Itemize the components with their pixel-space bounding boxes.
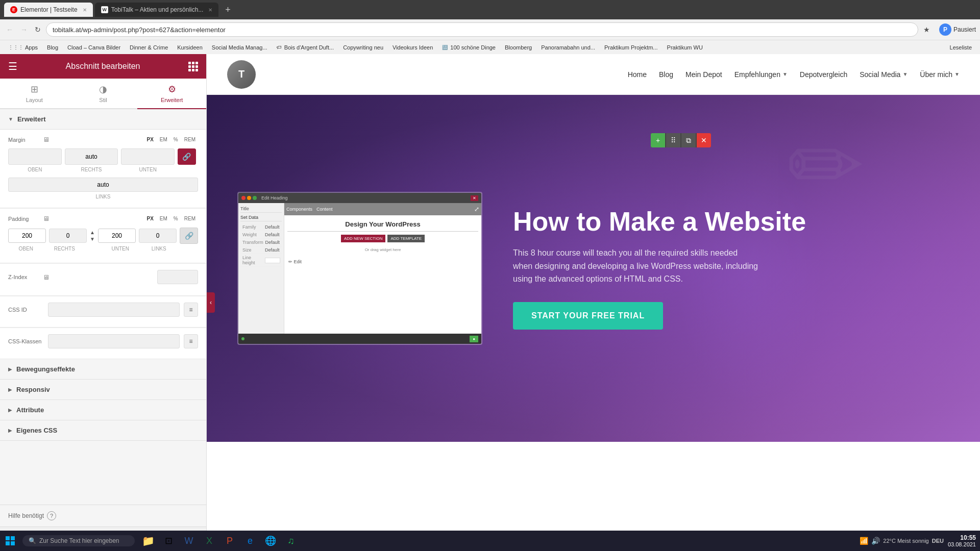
cta-button[interactable]: START YOUR FREE TRIAL: [513, 302, 663, 330]
vm-add-template-btn[interactable]: ADD TEMPLATE: [387, 235, 425, 242]
network-icon[interactable]: 📶: [860, 537, 868, 545]
eigenes-css-section[interactable]: ▶ Eigenes CSS: [0, 420, 206, 441]
start-button[interactable]: [0, 531, 20, 551]
padding-up-arrow[interactable]: ▲: [90, 230, 95, 235]
vm-edit-text[interactable]: ✏ Edit: [288, 259, 302, 264]
nav-depotvergleich[interactable]: Depotvergleich: [800, 70, 847, 79]
bookmark-bloomberg[interactable]: Bloomberg: [501, 43, 536, 52]
margin-unit-percent[interactable]: %: [171, 136, 181, 143]
cssklassen-btn[interactable]: ≡: [184, 334, 198, 348]
margin-rechts-input[interactable]: [65, 148, 118, 165]
padding-links-input[interactable]: [139, 229, 177, 243]
erweitert-section-header[interactable]: ▼ Erweitert: [0, 109, 206, 130]
new-tab-button[interactable]: +: [220, 3, 235, 17]
cssklassen-input[interactable]: [48, 334, 180, 348]
taskbar-explorer-icon[interactable]: 📁: [139, 532, 157, 550]
bewegungseffekte-section[interactable]: ▶ Bewegungseffekte: [0, 359, 206, 380]
add-element-button[interactable]: +: [651, 133, 665, 147]
bookmark-cload[interactable]: Cload – Canva Bilder: [63, 43, 125, 52]
vm-close-btn[interactable]: ✕: [471, 195, 478, 201]
padding-down-arrow[interactable]: ▼: [90, 236, 95, 242]
margin-link-button[interactable]: 🔗: [178, 148, 196, 165]
zindex-input[interactable]: [157, 270, 198, 284]
hero-content: Edit Heading ✕ Title Set Data Family: [207, 171, 980, 365]
tab1-close[interactable]: ✕: [83, 7, 87, 13]
taskbar-chrome-icon[interactable]: 🌐: [261, 532, 280, 550]
bookmark-copywriting[interactable]: Copywriting neu: [339, 43, 387, 52]
margin-unit-px[interactable]: PX: [144, 136, 156, 143]
vm-lineheight-row: Line height: [240, 254, 282, 267]
taskbar-excel-icon[interactable]: X: [200, 532, 218, 550]
padding-unit-percent[interactable]: %: [171, 215, 181, 222]
taskbar-word-icon[interactable]: W: [180, 532, 198, 550]
hero-text: How to Make a Website This 8 hour course…: [513, 207, 949, 330]
margin-rechts-label: RECHTS: [65, 167, 118, 172]
nav-social-media[interactable]: Social Media ▼: [860, 70, 908, 79]
nav-mein-depot[interactable]: Mein Depot: [685, 70, 722, 79]
taskbar-spotify-icon[interactable]: ♫: [282, 532, 300, 550]
margin-oben-input[interactable]: [8, 148, 62, 165]
nav-ueber-mich[interactable]: Über mich ▼: [920, 70, 960, 79]
bookmark-panorama[interactable]: Panoramabahn und...: [537, 43, 599, 52]
url-bar[interactable]: tobitalk.at/wp-admin/post.php?post=627&a…: [46, 22, 918, 37]
bookmark-button[interactable]: ★: [921, 23, 932, 36]
taskbar-powerpoint-icon[interactable]: P: [220, 532, 239, 550]
tab-erweitert[interactable]: ⚙ Erweitert: [137, 79, 206, 109]
responsiv-section[interactable]: ▶ Responsiv: [0, 380, 206, 400]
nav-blog[interactable]: Blog: [659, 70, 673, 79]
vm-content-tab[interactable]: Title: [240, 205, 282, 213]
cssid-btn[interactable]: ≡: [184, 303, 198, 317]
bookmark-leseliste[interactable]: Leseliste: [946, 43, 976, 52]
forward-button[interactable]: →: [18, 23, 30, 36]
collapse-handle[interactable]: ‹: [207, 292, 215, 313]
bookmark-dinner[interactable]: Dinner & Crime: [126, 43, 172, 52]
tab-tobitalk[interactable]: W TobiTalk – Aktien und persönlich... ✕: [95, 3, 219, 17]
volume-icon[interactable]: 🔊: [871, 537, 880, 545]
cssid-input[interactable]: [48, 303, 180, 317]
attribute-section[interactable]: ▶ Attribute: [0, 400, 206, 420]
tab2-close[interactable]: ✕: [208, 7, 212, 13]
padding-link-button[interactable]: 🔗: [180, 228, 198, 244]
grid-menu-icon[interactable]: [188, 62, 198, 71]
duplicate-element-button[interactable]: ⧉: [681, 133, 696, 147]
margin-unit-em[interactable]: EM: [157, 136, 170, 143]
bookmark-videokurs[interactable]: Videokurs Ideen: [388, 43, 437, 52]
nav-home[interactable]: Home: [628, 70, 647, 79]
tab-layout[interactable]: ⊞ Layout: [0, 79, 69, 109]
move-element-button[interactable]: ⠿: [666, 133, 680, 147]
bookmark-praktikum2[interactable]: Praktikum WU: [663, 43, 707, 52]
padding-unten-input[interactable]: [98, 229, 136, 243]
tab-stil[interactable]: ◑ Stil: [69, 79, 138, 109]
hamburger-icon[interactable]: ☰: [8, 60, 17, 72]
taskbar-taskview-icon[interactable]: ⊡: [159, 532, 178, 550]
tab-elementor[interactable]: E Elementor | Testseite ✕: [4, 3, 93, 17]
taskbar-edge-icon[interactable]: e: [241, 532, 259, 550]
vm-style-tab[interactable]: Set Data: [240, 214, 282, 221]
delete-element-button[interactable]: ✕: [697, 133, 711, 147]
padding-unit-rem[interactable]: REM: [182, 215, 198, 222]
vm-resize-icon[interactable]: ⤢: [474, 206, 479, 213]
refresh-button[interactable]: ↻: [33, 23, 43, 36]
margin-links-input[interactable]: [8, 178, 198, 192]
margin-unit-rem[interactable]: REM: [182, 136, 198, 143]
bookmark-apps[interactable]: ⋮⋮⋮ Apps: [4, 43, 42, 52]
bookmark-blog[interactable]: Blog: [43, 43, 62, 52]
vm-lineheight-input[interactable]: [265, 258, 280, 263]
help-icon[interactable]: ?: [47, 511, 56, 520]
bookmark-praktikum1[interactable]: Praktikum Projektm...: [600, 43, 662, 52]
padding-unit-em[interactable]: EM: [157, 215, 170, 222]
back-button[interactable]: ←: [4, 23, 15, 36]
nav-empfehlungen[interactable]: Empfehlungen ▼: [734, 70, 788, 79]
padding-unit-px[interactable]: PX: [144, 215, 156, 222]
clock[interactable]: 10:55 03.08.2021: [948, 534, 976, 547]
bookmark-100dinge[interactable]: 🔢 100 schöne Dinge: [438, 43, 500, 52]
vm-footer-btn[interactable]: ●: [470, 336, 478, 342]
padding-rechts-input[interactable]: [49, 229, 87, 243]
vm-add-section-btn[interactable]: ADD NEW SECTION: [341, 235, 386, 242]
margin-unten-input[interactable]: [121, 148, 175, 165]
search-bar[interactable]: 🔍 Zur Suche Text hier eingeben: [22, 535, 135, 546]
bookmark-socialmedia[interactable]: Social Media Manag...: [208, 43, 272, 52]
bookmark-kursideen[interactable]: Kursideen: [173, 43, 207, 52]
padding-oben-input[interactable]: [8, 229, 46, 243]
bookmark-bois[interactable]: 🏷 Bois d'Argent Duft...: [273, 43, 338, 52]
